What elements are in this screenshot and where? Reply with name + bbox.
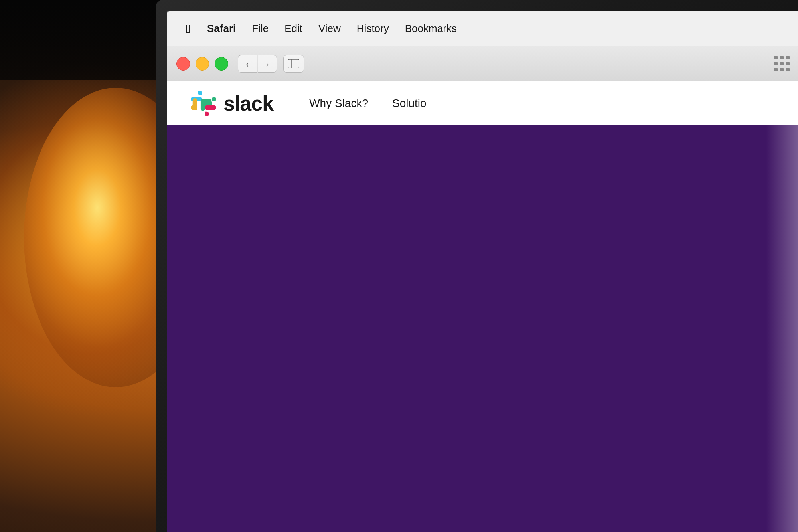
forward-button[interactable]: › bbox=[258, 55, 277, 73]
sidebar-toggle-icon bbox=[288, 59, 299, 68]
traffic-lights bbox=[176, 57, 228, 71]
slack-hero-section bbox=[167, 125, 798, 532]
grid-dot bbox=[780, 68, 784, 71]
grid-dot bbox=[780, 62, 784, 65]
file-menu[interactable]: File bbox=[245, 20, 275, 37]
edit-menu[interactable]: Edit bbox=[278, 20, 309, 37]
grid-dot bbox=[786, 68, 790, 71]
back-icon: ‹ bbox=[245, 57, 249, 70]
grid-dot bbox=[774, 56, 778, 59]
slack-navbar: slack Why Slack? Solutio bbox=[167, 81, 798, 125]
laptop-screen:  Safari File Edit View History Bookmark… bbox=[167, 11, 798, 532]
safari-menu[interactable]: Safari bbox=[201, 20, 242, 37]
slack-nav-solutions[interactable]: Solutio bbox=[380, 93, 439, 114]
nav-button-group: ‹ › bbox=[238, 55, 277, 73]
slack-logo[interactable]: slack bbox=[191, 91, 273, 116]
grid-dot bbox=[786, 62, 790, 65]
slack-nav-items: Why Slack? Solutio bbox=[297, 93, 438, 114]
history-menu[interactable]: History bbox=[350, 20, 395, 37]
back-button[interactable]: ‹ bbox=[238, 55, 257, 73]
bookmarks-menu[interactable]: Bookmarks bbox=[399, 20, 463, 37]
close-button[interactable] bbox=[176, 57, 190, 71]
safari-toolbar: ‹ › bbox=[167, 46, 798, 81]
grid-dot bbox=[786, 56, 790, 59]
slack-logo-icon bbox=[191, 91, 216, 116]
grid-dot bbox=[774, 62, 778, 65]
apple-menu[interactable]:  bbox=[179, 20, 198, 38]
laptop-bezel:  Safari File Edit View History Bookmark… bbox=[156, 0, 798, 532]
slack-logo-text: slack bbox=[223, 91, 273, 115]
menu-bar-items:  Safari File Edit View History Bookmark… bbox=[179, 20, 463, 38]
maximize-button[interactable] bbox=[215, 57, 228, 71]
grid-dots-button[interactable] bbox=[774, 56, 790, 72]
svg-rect-0 bbox=[288, 59, 299, 68]
grid-dot bbox=[780, 56, 784, 59]
forward-icon: › bbox=[265, 57, 269, 70]
macos-menu-bar:  Safari File Edit View History Bookmark… bbox=[167, 11, 798, 46]
minimize-button[interactable] bbox=[196, 57, 209, 71]
website-content: slack Why Slack? Solutio bbox=[167, 81, 798, 532]
sidebar-toggle-button[interactable] bbox=[283, 55, 304, 73]
grid-dot bbox=[774, 68, 778, 71]
view-menu[interactable]: View bbox=[312, 20, 347, 37]
slack-nav-why-slack[interactable]: Why Slack? bbox=[297, 93, 380, 114]
